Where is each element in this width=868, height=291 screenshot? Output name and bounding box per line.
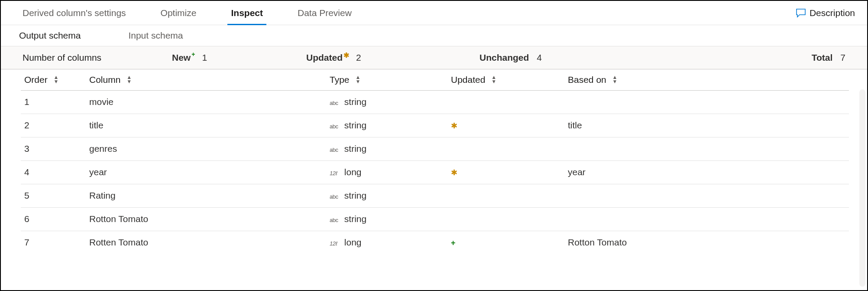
cell-type-label: string bbox=[342, 214, 366, 224]
cell-type: 12ℓ long bbox=[326, 160, 447, 184]
description-label: Description bbox=[810, 8, 855, 18]
cell-column: Rotten Tomato bbox=[86, 231, 326, 254]
table-row[interactable]: 7Rotten Tomato12ℓ long+Rotton Tomato bbox=[21, 231, 849, 254]
new-plus-icon: + bbox=[451, 239, 456, 247]
schema-table-wrapper: Order Column Type Updated Based on bbox=[1, 69, 867, 254]
cell-column: Rating bbox=[86, 184, 326, 207]
schema-subtabs: Output schema Input schema bbox=[1, 25, 867, 46]
cell-type: abc string bbox=[326, 114, 447, 137]
cell-updated: + bbox=[447, 231, 564, 254]
col-header-based-on-label: Based on bbox=[568, 75, 606, 85]
cell-order: 4 bbox=[21, 160, 86, 184]
stat-total-value: 7 bbox=[840, 52, 845, 63]
description-link[interactable]: Description bbox=[796, 8, 863, 18]
sort-icon bbox=[54, 75, 58, 84]
col-header-order-label: Order bbox=[24, 75, 48, 85]
updated-marker-icon: ✱ bbox=[343, 51, 349, 59]
cell-based-on bbox=[564, 207, 849, 231]
stat-updated-label: Updated bbox=[306, 52, 343, 63]
cell-order: 1 bbox=[21, 90, 86, 114]
cell-type: abc string bbox=[326, 207, 447, 231]
col-header-type-label: Type bbox=[330, 75, 350, 85]
cell-based-on bbox=[564, 137, 849, 160]
cell-updated bbox=[447, 137, 564, 160]
cell-order: 3 bbox=[21, 137, 86, 160]
updated-star-icon: ✱ bbox=[451, 168, 457, 177]
sort-icon bbox=[126, 75, 131, 84]
col-header-column[interactable]: Column bbox=[86, 69, 326, 90]
cell-column: genres bbox=[86, 137, 326, 160]
cell-type: abc string bbox=[326, 137, 447, 160]
tab-data-preview[interactable]: Data Preview bbox=[280, 1, 369, 25]
cell-type: abc string bbox=[326, 90, 447, 114]
cell-based-on: title bbox=[564, 114, 849, 137]
cell-type-label: string bbox=[342, 144, 366, 154]
tab-derived-settings[interactable]: Derived column's settings bbox=[5, 1, 143, 25]
cell-based-on: year bbox=[564, 160, 849, 184]
cell-based-on bbox=[564, 90, 849, 114]
column-stats-bar: Number of columns New + 1 Updated ✱ 2 Un… bbox=[1, 46, 867, 69]
cell-updated bbox=[447, 90, 564, 114]
cell-type: 12ℓ long bbox=[326, 231, 447, 254]
string-type-icon: abc bbox=[330, 100, 342, 106]
table-body: 1movieabc string2titleabc string✱title3g… bbox=[21, 90, 849, 254]
cell-type-label: string bbox=[342, 97, 366, 107]
stat-new-label: New bbox=[172, 52, 191, 63]
col-header-column-label: Column bbox=[89, 75, 120, 85]
table-row[interactable]: 5Ratingabc string bbox=[21, 184, 849, 207]
string-type-icon: abc bbox=[330, 147, 342, 153]
cell-updated: ✱ bbox=[447, 114, 564, 137]
cell-updated: ✱ bbox=[447, 160, 564, 184]
cell-type-label: string bbox=[342, 120, 366, 130]
cell-column: year bbox=[86, 160, 326, 184]
stat-updated-value: 2 bbox=[356, 52, 361, 63]
comment-icon bbox=[796, 8, 806, 18]
primary-tabs: Derived column's settings Optimize Inspe… bbox=[1, 1, 867, 25]
col-header-updated[interactable]: Updated bbox=[447, 69, 564, 90]
cell-type-label: string bbox=[342, 190, 366, 200]
schema-table: Order Column Type Updated Based on bbox=[21, 69, 849, 254]
subtab-input-schema[interactable]: Input schema bbox=[128, 30, 183, 41]
stat-unchanged-value: 4 bbox=[537, 52, 542, 63]
cell-based-on: Rotton Tomato bbox=[564, 231, 849, 254]
col-header-type[interactable]: Type bbox=[326, 69, 447, 90]
cell-order: 7 bbox=[21, 231, 86, 254]
stat-unchanged-label: Unchanged bbox=[479, 52, 529, 63]
stat-total-label: Total bbox=[812, 52, 833, 63]
cell-type-label: long bbox=[342, 167, 362, 177]
col-count-label: Number of columns bbox=[23, 52, 101, 62]
scrollbar-track[interactable] bbox=[859, 89, 865, 287]
cell-updated bbox=[447, 184, 564, 207]
cell-type-label: long bbox=[342, 237, 362, 247]
sort-icon bbox=[355, 75, 360, 84]
string-type-icon: abc bbox=[330, 123, 342, 130]
stat-new-value: 1 bbox=[202, 52, 207, 63]
table-row[interactable]: 3genresabc string bbox=[21, 137, 849, 160]
sort-icon bbox=[491, 75, 496, 84]
cell-type: abc string bbox=[326, 184, 447, 207]
numeric-type-icon: 12ℓ bbox=[330, 240, 342, 247]
cell-based-on bbox=[564, 184, 849, 207]
new-marker-icon: + bbox=[191, 51, 195, 58]
table-row[interactable]: 1movieabc string bbox=[21, 90, 849, 114]
tab-optimize[interactable]: Optimize bbox=[143, 1, 214, 25]
col-header-updated-label: Updated bbox=[451, 75, 485, 85]
table-row[interactable]: 6Rotton Tomatoabc string bbox=[21, 207, 849, 231]
sort-icon bbox=[612, 75, 617, 84]
string-type-icon: abc bbox=[330, 193, 342, 200]
subtab-output-schema[interactable]: Output schema bbox=[19, 30, 81, 41]
table-row[interactable]: 4year12ℓ long✱year bbox=[21, 160, 849, 184]
col-header-order[interactable]: Order bbox=[21, 69, 86, 90]
string-type-icon: abc bbox=[330, 217, 342, 223]
cell-updated bbox=[447, 207, 564, 231]
cell-column: Rotton Tomato bbox=[86, 207, 326, 231]
updated-star-icon: ✱ bbox=[451, 121, 457, 130]
tab-inspect[interactable]: Inspect bbox=[214, 1, 280, 25]
numeric-type-icon: 12ℓ bbox=[330, 170, 342, 177]
cell-column: title bbox=[86, 114, 326, 137]
cell-column: movie bbox=[86, 90, 326, 114]
cell-order: 2 bbox=[21, 114, 86, 137]
col-header-based-on[interactable]: Based on bbox=[564, 69, 849, 90]
table-header-row: Order Column Type Updated Based on bbox=[21, 69, 849, 90]
table-row[interactable]: 2titleabc string✱title bbox=[21, 114, 849, 137]
